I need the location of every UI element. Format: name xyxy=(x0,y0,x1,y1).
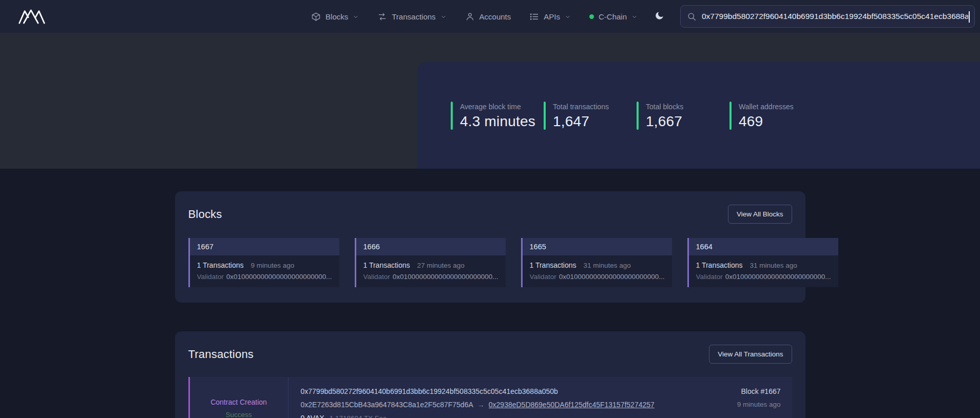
stat-value: 1,667 xyxy=(646,113,683,130)
transactions-section: Transactions View All Transactions Contr… xyxy=(175,331,805,418)
list-icon xyxy=(529,12,539,22)
transaction-type: Contract Creation xyxy=(210,398,267,406)
validator-label: Validator xyxy=(363,273,390,281)
nav-item-accounts[interactable]: Accounts xyxy=(465,12,511,22)
arrow-right-icon: → xyxy=(477,401,485,409)
nav-label-transactions: Transactions xyxy=(392,12,435,21)
swap-arrows-icon xyxy=(377,12,387,22)
block-card[interactable]: 1664 1 Transactions 31 minutes ago Valid… xyxy=(687,238,838,287)
block-timestamp: 27 minutes ago xyxy=(417,262,465,269)
hero-section: Average block time 4.3 minutes Total tra… xyxy=(0,33,980,169)
chevron-down-icon xyxy=(440,14,447,20)
stat-total-blocks: Total blocks 1,667 xyxy=(637,102,729,130)
nav-item-apis[interactable]: APIs xyxy=(529,12,571,22)
stat-value: 469 xyxy=(739,113,794,130)
transaction-row[interactable]: Contract Creation Success 0x7799bd580272… xyxy=(188,377,792,418)
transaction-status-badge: Success xyxy=(225,411,252,418)
transaction-hash[interactable]: 0x7799bd580272f9604140b6991d3bb6c19924bf… xyxy=(301,387,655,395)
validator-label: Validator xyxy=(197,273,224,281)
view-all-blocks-button[interactable]: View All Blocks xyxy=(728,205,792,224)
nav-item-blocks[interactable]: Blocks xyxy=(311,12,359,22)
moon-icon xyxy=(654,10,665,21)
validator-label: Validator xyxy=(530,273,556,281)
block-number[interactable]: 1666 xyxy=(356,238,506,255)
search-box xyxy=(680,5,975,28)
nav-label-accounts: Accounts xyxy=(479,12,511,21)
validator-address[interactable]: 0x010000000000000000000000... xyxy=(559,273,665,281)
validator-address[interactable]: 0x010000000000000000000000... xyxy=(226,273,332,281)
block-card-body: 1 Transactions 27 minutes ago Validator0… xyxy=(356,255,506,287)
block-card-body: 1 Transactions 31 minutes ago Validator0… xyxy=(523,255,672,287)
block-number[interactable]: 1664 xyxy=(689,238,838,255)
stats-panel: Average block time 4.3 minutes Total tra… xyxy=(417,62,980,169)
transaction-type-panel: Contract Creation Success xyxy=(190,377,289,418)
stat-accent-bar xyxy=(729,102,732,130)
block-card[interactable]: 1665 1 Transactions 31 minutes ago Valid… xyxy=(521,238,672,287)
block-card-body: 1 Transactions 9 minutes ago Validator0x… xyxy=(190,255,339,287)
transaction-meta: Block #1667 9 minutes ago xyxy=(726,377,792,418)
stat-accent-bar xyxy=(544,102,546,130)
validator-address[interactable]: 0x010000000000000000000000... xyxy=(393,273,498,281)
text-cursor xyxy=(969,11,970,23)
block-card-body: 1 Transactions 31 minutes ago Validator0… xyxy=(689,255,838,287)
main-nav: Blocks Transactions Accounts APIs C-Chai… xyxy=(311,12,638,22)
avalanche-logo[interactable] xyxy=(18,8,45,25)
block-timestamp: 9 minutes ago xyxy=(251,262,295,269)
to-address-link[interactable]: 0x2938eD5D869e50DA6f125dfc45F13157f52742… xyxy=(489,401,655,409)
chevron-down-icon xyxy=(565,14,571,20)
transaction-details: 0x7799bd580272f9604140b6991d3bb6c19924bf… xyxy=(289,377,667,418)
chain-selector[interactable]: C-Chain xyxy=(589,12,638,21)
block-number[interactable]: 1667 xyxy=(190,238,339,255)
block-tx-count: 1 Transactions xyxy=(363,261,410,269)
block-timestamp: 31 minutes ago xyxy=(584,262,631,269)
blocks-section: Blocks View All Blocks 1667 1 Transactio… xyxy=(175,191,805,303)
search-icon xyxy=(687,12,697,22)
stat-accent-bar xyxy=(451,102,453,130)
search-input[interactable] xyxy=(702,12,968,21)
transaction-timestamp: 9 minutes ago xyxy=(737,401,781,408)
block-number[interactable]: 1665 xyxy=(523,238,672,255)
transactions-title: Transactions xyxy=(188,348,254,361)
stats-grid: Average block time 4.3 minutes Total tra… xyxy=(451,102,822,130)
blocks-title: Blocks xyxy=(188,208,222,221)
transaction-block-link[interactable]: Block #1667 xyxy=(737,387,781,395)
nav-label-apis: APIs xyxy=(544,12,560,21)
green-status-dot xyxy=(589,14,594,19)
theme-toggle-button[interactable] xyxy=(652,8,667,25)
block-card[interactable]: 1667 1 Transactions 9 minutes ago Valida… xyxy=(188,238,339,287)
person-icon xyxy=(465,12,475,22)
block-tx-count: 1 Transactions xyxy=(197,261,244,269)
blocks-section-header: Blocks View All Blocks xyxy=(188,205,792,224)
stat-total-transactions: Total transactions 1,647 xyxy=(544,102,637,130)
stat-value: 1,647 xyxy=(553,113,609,130)
chevron-down-icon xyxy=(631,14,638,20)
stat-wallet-addresses: Wallet addresses 469 xyxy=(729,102,822,130)
block-card[interactable]: 1666 1 Transactions 27 minutes ago Valid… xyxy=(355,238,506,287)
transactions-section-header: Transactions View All Transactions xyxy=(188,345,792,364)
stat-label: Total blocks xyxy=(646,103,683,111)
from-address[interactable]: 0x2E7263d815CbB43a9647843C8a1e2F5c87F75d… xyxy=(301,401,473,409)
validator-address[interactable]: 0x010000000000000000000000... xyxy=(725,273,831,281)
stat-value: 4.3 minutes xyxy=(460,113,535,130)
stat-average-block-time: Average block time 4.3 minutes xyxy=(451,102,544,130)
stat-label: Total transactions xyxy=(553,103,609,111)
block-timestamp: 31 minutes ago xyxy=(750,262,797,269)
chevron-down-icon xyxy=(353,14,359,20)
nav-item-transactions[interactable]: Transactions xyxy=(377,12,446,22)
navbar: Blocks Transactions Accounts APIs C-Chai… xyxy=(0,0,980,33)
nav-label-blocks: Blocks xyxy=(325,12,348,21)
block-tx-count: 1 Transactions xyxy=(530,261,577,269)
validator-label: Validator xyxy=(696,273,723,281)
transaction-fee-link[interactable]: 1.1718604 TX Fee xyxy=(330,414,387,418)
stat-label: Wallet addresses xyxy=(739,103,794,111)
cube-icon xyxy=(311,12,321,22)
stat-accent-bar xyxy=(637,102,639,130)
view-all-transactions-button[interactable]: View All Transactions xyxy=(709,345,792,364)
block-grid: 1667 1 Transactions 9 minutes ago Valida… xyxy=(188,238,792,287)
stat-label: Average block time xyxy=(460,103,535,111)
transaction-amount: 0 AVAX xyxy=(301,414,324,418)
mountain-logo-icon xyxy=(18,8,45,25)
block-tx-count: 1 Transactions xyxy=(696,261,743,269)
chain-selector-label: C-Chain xyxy=(599,12,627,21)
main-content: Blocks View All Blocks 1667 1 Transactio… xyxy=(175,191,805,418)
